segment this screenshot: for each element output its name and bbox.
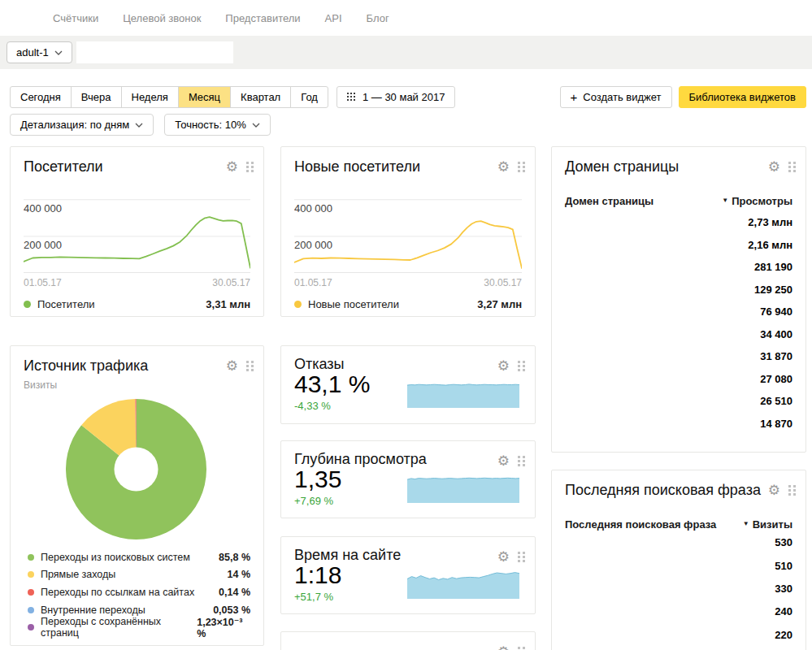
widget-last-search-phrase: Последняя поисковая фраза ⚙ Последняя по… (551, 470, 806, 650)
metrica-dashboard: Счётчики Целевой звонок Представители AP… (0, 0, 812, 650)
counter-select[interactable]: adult-1 (7, 41, 72, 63)
chevron-down-icon (54, 50, 63, 55)
column-metric-label: Просмотры (732, 195, 792, 207)
gear-icon[interactable]: ⚙ (497, 550, 510, 564)
legend-label: Внутренние переходы (41, 604, 145, 616)
nav-blog[interactable]: Блог (367, 12, 389, 24)
table-row: 510 (565, 560, 792, 576)
widget-library-button[interactable]: Библиотека виджетов (679, 86, 807, 108)
period-month[interactable]: Месяц (178, 86, 231, 108)
legend-item: Переходы из поисковых систем 85,8 % (24, 548, 250, 566)
gear-icon[interactable]: ⚙ (497, 645, 510, 650)
column-metric-sort[interactable]: ▼ Визиты (743, 518, 792, 531)
gear-icon[interactable]: ⚙ (226, 359, 238, 373)
table-row: 76 940 (565, 306, 792, 322)
period-year[interactable]: Год (290, 86, 328, 108)
legend-label: Новые посетители (308, 298, 399, 310)
table-row: 240 (565, 605, 792, 622)
period-week[interactable]: Неделя (121, 86, 179, 108)
table-row: 220 (565, 629, 792, 645)
row-value: 14 870 (760, 418, 792, 430)
x-axis-end: 30.05.17 (212, 277, 250, 288)
column-metric-sort[interactable]: ▼ Просмотры (722, 195, 792, 207)
nav-counters[interactable]: Счётчики (53, 12, 98, 24)
drag-handle-icon[interactable] (518, 647, 525, 650)
gear-icon[interactable]: ⚙ (768, 160, 780, 174)
nav-target-call[interactable]: Целевой звонок (123, 12, 201, 24)
accuracy-dropdown-label: Точность: 10% (175, 119, 246, 131)
chart-legend[interactable]: Посетители 3,31 млн (24, 298, 250, 310)
widget-title: Домен страницы (565, 158, 679, 176)
depth-sparkline (407, 477, 519, 503)
table-row: 281 190 (565, 261, 792, 277)
widget-page-domain: Домен страницы ⚙ Домен страницы ▼ Просмо… (551, 146, 806, 453)
pie-legend: Переходы из поисковых систем 85,8 % Прям… (24, 548, 250, 636)
date-range-label: 1 — 30 май 2017 (363, 91, 445, 103)
search-input[interactable] (76, 41, 233, 63)
widget-subtitle: Визиты (24, 379, 57, 391)
sort-desc-icon: ▼ (722, 197, 728, 204)
x-axis-start: 01.05.17 (24, 277, 62, 288)
widget-visitors: Посетители ⚙ 400 000200 000 01.05.17 30.… (10, 146, 264, 317)
counter-select-label: adult-1 (16, 46, 49, 58)
drag-handle-icon[interactable] (788, 485, 796, 496)
date-range-button[interactable]: 1 — 30 май 2017 (337, 86, 456, 108)
table-header: Домен страницы ▼ Просмотры (565, 195, 792, 207)
legend-dot (28, 554, 34, 561)
drag-handle-icon[interactable] (518, 456, 525, 466)
drag-handle-icon[interactable] (518, 552, 525, 562)
period-quarter[interactable]: Квартал (230, 86, 291, 108)
depth-value: 1,35 (294, 466, 341, 493)
counter-bar: adult-1 (0, 36, 812, 69)
accuracy-dropdown[interactable]: Точность: 10% (164, 114, 271, 136)
widget-partial: ⚙ (280, 631, 536, 650)
legend-label: Переходы из поисковых систем (41, 552, 190, 563)
time-value: 1:18 (294, 561, 341, 589)
column-dimension: Домен страницы (565, 195, 654, 207)
gear-icon[interactable]: ⚙ (497, 160, 510, 174)
gear-icon[interactable]: ⚙ (768, 483, 780, 497)
table-row: 14 870 (565, 418, 792, 434)
legend-label: Переходы с сохранённых страниц (41, 616, 190, 639)
widget-title: Источник трафика (24, 358, 148, 375)
time-sparkline (407, 570, 519, 599)
period-yesterday[interactable]: Вчера (71, 86, 122, 108)
nav-representatives[interactable]: Представители (225, 12, 300, 24)
gear-icon[interactable]: ⚙ (497, 454, 510, 468)
table-header: Последняя поисковая фраза ▼ Визиты (565, 518, 792, 531)
row-value: 220 (775, 629, 792, 641)
row-value: 31 870 (760, 350, 792, 362)
depth-change: +7,69 % (294, 495, 333, 507)
calendar-grid-icon (347, 93, 357, 102)
drag-handle-icon[interactable] (518, 361, 525, 371)
period-today[interactable]: Сегодня (10, 86, 72, 108)
row-value: 281 190 (754, 261, 792, 273)
legend-dot (28, 571, 34, 578)
row-value: 129 250 (754, 284, 792, 296)
svg-text:200 000: 200 000 (24, 239, 62, 251)
legend-dot (28, 607, 34, 613)
create-widget-button[interactable]: + Создать виджет (560, 86, 672, 108)
drag-handle-icon[interactable] (518, 162, 525, 172)
detail-dropdown[interactable]: Детализация: по дням (10, 114, 154, 136)
gear-icon[interactable]: ⚙ (226, 160, 238, 174)
legend-total: 3,31 млн (206, 298, 250, 310)
chart-legend[interactable]: Новые посетители 3,27 млн (294, 298, 522, 310)
svg-text:400 000: 400 000 (24, 202, 62, 214)
drag-handle-icon[interactable] (246, 162, 254, 172)
legend-dot (28, 589, 34, 596)
drag-handle-icon[interactable] (788, 162, 796, 172)
bounce-rate-value: 43,1 % (294, 370, 370, 398)
chevron-down-icon (135, 123, 143, 128)
widget-title: Новые посетители (294, 158, 420, 176)
table-row: 34 400 (565, 328, 792, 344)
legend-dot (28, 624, 34, 630)
gear-icon[interactable]: ⚙ (497, 359, 510, 373)
legend-value: 14 % (228, 569, 251, 580)
sort-desc-icon: ▼ (743, 520, 749, 527)
create-widget-label: Создать виджет (583, 91, 661, 103)
drag-handle-icon[interactable] (246, 361, 254, 371)
widget-depth: Глубина просмотра ⚙ 1,35 +7,69 % (280, 440, 536, 518)
nav-api[interactable]: API (325, 12, 342, 24)
legend-label: Посетители (37, 298, 95, 310)
